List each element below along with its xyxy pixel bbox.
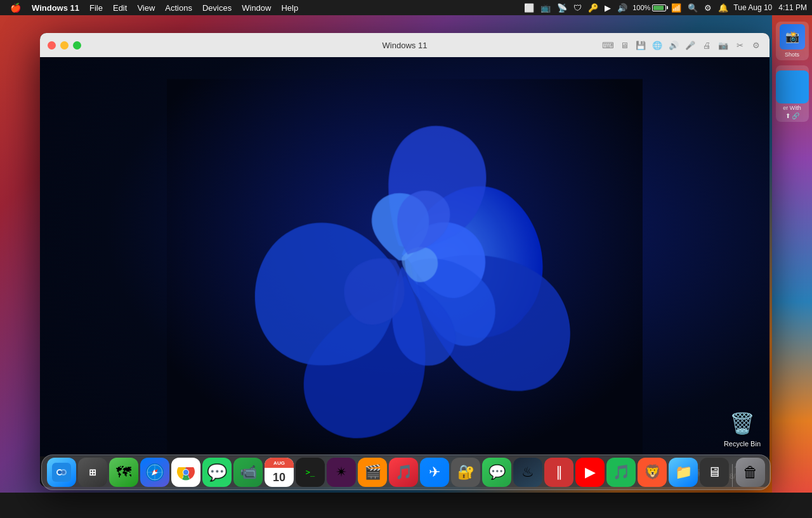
vm-toolbar: ⌨ 🖥 💾 🌐 🔊 🎤 🖨 📷 ✂ ⚙ xyxy=(602,39,762,51)
battery-body xyxy=(652,4,666,11)
dock-imessage[interactable]: 💬 xyxy=(482,458,511,487)
help-menu[interactable]: Help xyxy=(277,2,303,14)
battery-fill xyxy=(653,6,663,10)
vm-settings-icon[interactable]: ⚙ xyxy=(750,39,762,51)
menubar-right: ⬜ 📺 📡 🛡 🔑 ▶ 🔊 100% 📶 🔍 ⚙ 🔔 Tue Aug 10 4:… xyxy=(523,3,807,13)
window-menu[interactable]: Window xyxy=(237,2,275,14)
vm-earth-icon[interactable]: 🌐 xyxy=(652,39,663,51)
dock-chrome[interactable] xyxy=(171,458,200,487)
apple-menu[interactable]: 🍎 xyxy=(5,1,26,14)
volume-icon[interactable]: 🔊 xyxy=(616,3,629,13)
sidebar-shots-card[interactable]: 📸 Shots xyxy=(776,22,809,60)
maximize-button[interactable] xyxy=(73,41,81,50)
share-icon-link: 🔗 xyxy=(792,112,799,119)
view-menu[interactable]: View xyxy=(133,2,159,14)
desktop-area: 📸 Shots er With ⬆ 🔗 Windows 11 ⌨ 🖥 xyxy=(0,15,812,493)
vm-camera-icon[interactable]: 📷 xyxy=(717,39,729,51)
shots-icon: 📸 xyxy=(780,24,805,50)
macos-dock: ⊞ 🗺 xyxy=(41,455,771,490)
dock-maps[interactable]: 🗺 xyxy=(109,458,138,487)
dock-finder[interactable] xyxy=(47,458,76,487)
dock-screen-app[interactable]: 🖥 xyxy=(700,458,729,487)
dock-trash[interactable]: 🗑 xyxy=(736,458,765,487)
dock-spotify[interactable]: 🎵 xyxy=(606,458,636,487)
recycle-bin-image: 🗑️ xyxy=(728,409,756,437)
datetime[interactable]: Tue Aug 10 4:11 PM xyxy=(733,3,807,12)
dock-brave[interactable]: 🦁 xyxy=(638,458,667,487)
vm-titlebar: Windows 11 ⌨ 🖥 💾 🌐 🔊 🎤 🖨 📷 ✂ ⚙ xyxy=(40,33,769,57)
vpn-icon[interactable]: 🛡 xyxy=(572,3,583,13)
search-icon[interactable]: 🔍 xyxy=(686,3,699,13)
notification-icon[interactable]: 🔔 xyxy=(717,3,730,13)
dock-testflight[interactable]: ✈ xyxy=(420,458,449,487)
battery-percent: 100% xyxy=(632,4,650,11)
shots-label: Shots xyxy=(785,51,799,58)
recycle-bin-icon[interactable]: 🗑️ Recycle Bin xyxy=(724,409,761,448)
vm-display-icon[interactable]: 🖥 xyxy=(619,39,630,51)
edit-menu[interactable]: Edit xyxy=(108,2,131,14)
dock-finder2[interactable]: 📁 xyxy=(669,458,698,487)
dock-whatsapp[interactable]: 💬 xyxy=(202,458,232,487)
dock-slack[interactable]: ✴ xyxy=(327,458,356,487)
bloom-svg xyxy=(77,79,733,465)
vm-keyboard-icon[interactable]: ⌨ xyxy=(602,39,613,51)
minimize-button[interactable] xyxy=(60,41,69,50)
share-controls: ⬆ 🔗 xyxy=(785,112,799,119)
menubar-left: 🍎 Windows 11 File Edit View Actions Devi… xyxy=(5,1,303,14)
file-menu[interactable]: File xyxy=(85,2,107,14)
dock-steam[interactable]: ♨ xyxy=(513,458,542,487)
svg-point-17 xyxy=(62,470,65,474)
vm-screen[interactable]: 🗑️ Recycle Bin xyxy=(40,57,769,487)
dock-youtube[interactable]: ▶ xyxy=(575,458,605,487)
menubar: 🍎 Windows 11 File Edit View Actions Devi… xyxy=(0,0,812,15)
vm-printer-icon[interactable]: 🖨 xyxy=(701,39,712,51)
share-icon-arrow: ⬆ xyxy=(785,112,790,119)
share-icon xyxy=(776,70,809,103)
right-sidebar: 📸 Shots er With ⬆ 🔗 xyxy=(772,15,812,493)
dock-vlc[interactable]: 🎬 xyxy=(358,458,387,487)
devices-menu[interactable]: Devices xyxy=(198,2,236,14)
dock-safari[interactable] xyxy=(140,458,169,487)
airplay-icon[interactable]: 📺 xyxy=(539,3,552,13)
svg-point-16 xyxy=(58,470,62,474)
share-label: er With xyxy=(783,105,801,111)
sidebar-share-card[interactable]: er With ⬆ 🔗 xyxy=(776,65,809,122)
vm-screenshot-icon[interactable]: ✂ xyxy=(734,39,745,51)
actions-menu[interactable]: Actions xyxy=(160,2,197,14)
dock-parallels[interactable]: ∥ xyxy=(544,458,573,487)
vm-window: Windows 11 ⌨ 🖥 💾 🌐 🔊 🎤 🖨 📷 ✂ ⚙ xyxy=(40,33,769,487)
vm-mic-icon[interactable]: 🎤 xyxy=(684,39,696,51)
keychain-icon[interactable]: 🔑 xyxy=(587,3,599,13)
dock-terminal[interactable]: >_ xyxy=(296,458,325,487)
dock-separator xyxy=(732,464,733,487)
battery-area[interactable]: 100% xyxy=(632,4,666,11)
close-button[interactable] xyxy=(48,41,56,50)
svg-point-27 xyxy=(183,470,188,475)
vm-sound-icon[interactable]: 🔊 xyxy=(668,39,679,51)
dock-calendar[interactable]: AUG 10 xyxy=(265,458,294,487)
dock-gpg[interactable]: 🔐 xyxy=(451,458,480,487)
dock-music[interactable]: 🎵 xyxy=(389,458,418,487)
screen-icon[interactable]: ⬜ xyxy=(523,3,535,13)
app-name-menu[interactable]: Windows 11 xyxy=(27,2,84,14)
play-icon[interactable]: ▶ xyxy=(603,3,612,13)
vm-usb-icon[interactable]: 💾 xyxy=(635,39,646,51)
win-wallpaper xyxy=(40,57,769,487)
dock-facetime[interactable]: 📹 xyxy=(233,458,263,487)
airdrop-icon[interactable]: 📡 xyxy=(556,3,568,13)
traffic-lights xyxy=(48,41,81,50)
dock-launchpad[interactable]: ⊞ xyxy=(78,458,107,487)
vm-window-title: Windows 11 xyxy=(383,41,428,50)
control-center-icon[interactable]: ⚙ xyxy=(703,3,713,13)
recycle-bin-label: Recycle Bin xyxy=(724,440,761,448)
battery-icon xyxy=(652,4,666,11)
wifi-icon[interactable]: 📶 xyxy=(670,3,683,13)
